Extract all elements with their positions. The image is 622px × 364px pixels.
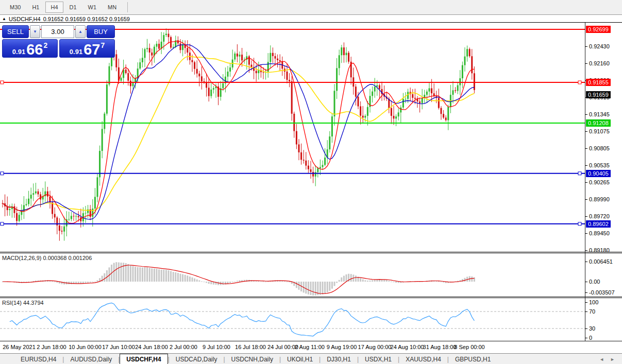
time-axis-label: 10 Jun 00:00 (69, 344, 102, 350)
collapse-panel-icon[interactable]: ▲ (2, 16, 6, 22)
tab-scroll-left-icon[interactable]: ◄ (599, 357, 604, 362)
rsi-line (10, 303, 475, 336)
tab-usdchf-h4[interactable]: USDCHF,H4 (120, 354, 167, 364)
time-axis-label: 2 Aug 11:00 (295, 344, 325, 350)
time-axis-label: 26 May 2021 (3, 344, 36, 350)
volume-decrease-button[interactable]: ▼ (30, 25, 40, 38)
buy-price-big: 67 (83, 43, 100, 56)
volume-input[interactable] (41, 25, 74, 38)
time-axis-label: 9 Aug 19:00 (327, 344, 357, 350)
moving-average-line (3, 56, 474, 211)
toolbar-separator (127, 2, 128, 12)
tab-usdcnh-daily[interactable]: USDCNH,Daily (225, 354, 279, 364)
time-axis-label: 31 Aug 18:00 (423, 344, 457, 350)
tab-usdcad-daily[interactable]: USDCAD,Daily (170, 354, 224, 364)
line-handle[interactable] (578, 81, 581, 84)
time-axis-label: 16 Jul 18:00 (235, 344, 266, 350)
buy-price-pip: 7 (100, 41, 105, 49)
time-axis-label: 24 Jul 00:00 (267, 344, 298, 350)
time-axis-label: 17 Jun 10:00 (102, 344, 135, 350)
tab-ukoil-h1[interactable]: UKOil,H1 (281, 354, 319, 364)
price-badge: 0.91659 (586, 91, 611, 98)
time-axis[interactable]: 26 May 20212 Jun 18:0010 Jun 00:0017 Jun… (0, 341, 622, 353)
tab-gbpusd-h1[interactable]: GBPUSD,H1 (449, 354, 497, 364)
buy-price-tile[interactable]: 0.91677 (59, 39, 115, 58)
price-badge: 0.92699 (586, 26, 611, 33)
timeframe-toolbar: M30H1H4D1W1MN (0, 0, 622, 15)
buy-button[interactable]: BUY (87, 25, 115, 38)
sell-price-pip: 2 (43, 41, 47, 49)
macd-label: MACD(12,26,9) 0.000368 0.001206 (2, 255, 92, 261)
timeframe-button-h1[interactable]: H1 (27, 2, 44, 13)
timeframe-button-w1[interactable]: W1 (83, 2, 102, 13)
tab-scroll-right-icon[interactable]: ► (610, 357, 615, 362)
ohlc-values: 0.91652 0.91659 0.91652 0.91659 (43, 16, 130, 22)
time-axis-label: 9 Jul 10:00 (203, 344, 230, 350)
line-handle[interactable] (1, 81, 4, 84)
price-axis[interactable]: 0.924300.921600.918900.916150.913450.910… (585, 0, 622, 341)
buy-price-prefix: 0.91 (70, 48, 82, 56)
line-handle[interactable] (578, 172, 581, 175)
time-axis-label: 17 Aug 00:00 (358, 344, 392, 350)
tab-eurusd-h4[interactable]: EURUSD,H4 (14, 354, 62, 364)
one-click-trade-panel: SELL ▼ ▲ BUY 0.91662 0.91677 (2, 25, 115, 58)
line-handle[interactable] (1, 222, 4, 226)
price-badge: 0.91855 (586, 79, 611, 86)
sell-price-tile[interactable]: 0.91662 (2, 39, 58, 58)
macd-signal-line (3, 265, 474, 293)
time-axis-label: 2 Jun 18:00 (37, 344, 66, 350)
time-axis-label: 24 Aug 10:00 (391, 344, 424, 350)
line-handle[interactable] (578, 222, 581, 226)
timeframe-button-m30[interactable]: M30 (5, 2, 26, 13)
line-handle[interactable] (1, 172, 4, 175)
price-badge: 0.91208 (586, 119, 611, 127)
time-axis-label: 2 Jul 00:00 (170, 344, 197, 350)
time-axis-label: 8 Sep 00:00 (454, 344, 484, 350)
chart-header: ▲ USDCHF,H4 0.91652 0.91659 0.91652 0.91… (0, 15, 622, 23)
sell-price-big: 66 (26, 43, 43, 56)
sell-button[interactable]: SELL (2, 25, 29, 38)
price-badge: 0.89602 (586, 220, 611, 228)
sell-price-prefix: 0.91 (12, 48, 25, 56)
moving-average-line (3, 45, 474, 219)
tab-usdx-h1[interactable]: USDX,H1 (359, 354, 398, 364)
rsi-chart[interactable] (0, 298, 585, 341)
timeframe-button-d1[interactable]: D1 (64, 2, 82, 13)
moving-average-line (3, 41, 474, 223)
timeframe-button-h4[interactable]: H4 (45, 2, 63, 13)
terminal-window: M30H1H4D1W1MN ▲ USDCHF,H4 0.91652 0.9165… (0, 0, 622, 364)
chart-tab-bar: EURUSD,H4|AUDUSD,Daily|USDCHF,H4|USDCAD,… (0, 353, 622, 364)
tab-xauusd-h4[interactable]: XAUUSD,H4 (399, 354, 447, 364)
rsi-label: RSI(14) 44.3794 (2, 300, 44, 306)
tab-dj30-h1[interactable]: DJ30,H1 (321, 354, 357, 364)
time-axis-label: 24 Jun 18:00 (135, 344, 168, 350)
timeframe-button-mn[interactable]: MN (103, 2, 122, 13)
symbol-title: USDCHF,H4 (9, 16, 41, 22)
tab-audusd-daily[interactable]: AUDUSD,Daily (64, 354, 118, 364)
rsi-indicator-pane[interactable] (0, 298, 585, 341)
volume-increase-button[interactable]: ▲ (75, 25, 86, 38)
price-badge: 0.90405 (586, 170, 611, 177)
